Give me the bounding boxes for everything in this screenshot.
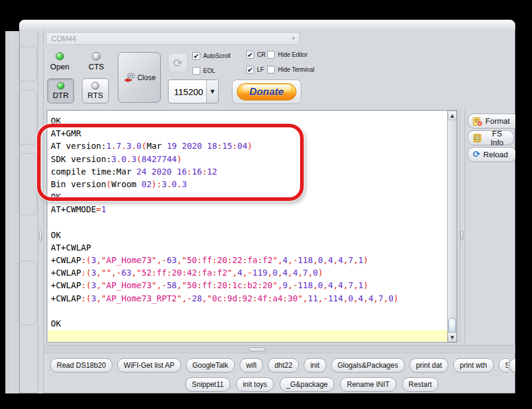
snippet-button-print-wth[interactable]: print wth: [453, 358, 493, 373]
snippet-row-2: Snippet11init toys_G&packageRename INITR…: [185, 377, 515, 392]
right-splitter[interactable]: [460, 110, 465, 343]
left-splitter[interactable]: [38, 30, 44, 393]
dropdown-arrow-icon: ▼: [292, 36, 295, 41]
checkbox-autoscroll[interactable]: ✔AutoScroll: [192, 52, 231, 60]
checkbox-eol[interactable]: EOL: [192, 67, 215, 75]
scrollbar-thumb[interactable]: [448, 318, 456, 334]
terminal-line: +CWLAP:(3,"AP_Home73",-63,"50:ff:20:22:f…: [51, 254, 447, 267]
terminal-line: OK: [51, 318, 447, 330]
fs-info-label: FS Info: [485, 129, 509, 147]
terminal-output[interactable]: OKAT+GMRAT version:1.7.3.0(Mar 19 2020 1…: [47, 111, 447, 342]
donate-button[interactable]: Donate: [232, 80, 301, 104]
snippet-button-wifi-get-list-ap[interactable]: WiFI-Get list AP: [117, 358, 181, 373]
right-splitter-grip[interactable]: [460, 231, 463, 240]
scroll-up-button[interactable]: ▲: [448, 111, 457, 120]
terminal-scrollbar[interactable]: ▲ ▼: [447, 111, 457, 342]
checkbox-hide-editor[interactable]: Hide Editor: [267, 51, 307, 59]
format-label: Format: [485, 117, 510, 126]
baud-value: 115200: [174, 80, 203, 103]
donate-pill: Donate: [237, 83, 296, 100]
rts-led-icon: [91, 82, 99, 90]
checkbox-box[interactable]: [267, 66, 275, 74]
terminal-line: +CWLAP:(3,"AP_Home73_RPT2",-28,"0c:9d:92…: [51, 292, 447, 305]
checkbox-label: AutoScroll: [203, 53, 231, 59]
snippet-button-wifi[interactable]: wifi: [240, 358, 263, 373]
baud-dropdown-button[interactable]: ▼: [206, 80, 218, 103]
fs-info-button[interactable]: FS Info: [467, 130, 514, 145]
snippet-button-snippet9[interactable]: Snippet9: [499, 358, 508, 373]
background-panel: [18, 153, 37, 215]
snippet-button-init[interactable]: init: [304, 358, 326, 373]
snippet-button-dht22[interactable]: dht22: [268, 358, 299, 373]
cts-label: CTS: [88, 62, 104, 71]
com-port-select[interactable]: COM44 ▼: [46, 32, 299, 45]
snippet-button-read-ds18b20[interactable]: Read DS18b20: [50, 358, 112, 373]
background-panel: [18, 90, 37, 145]
checkbox-cr[interactable]: ✔CR: [246, 51, 265, 59]
snippet-row-1: Read DS18b20WiFI-Get list APGoogleTalkwi…: [50, 358, 508, 373]
terminal-line: AT+CWLAP: [51, 242, 447, 254]
snippet-button-g-package[interactable]: _G&package: [280, 377, 334, 392]
checkbox-hide-terminal[interactable]: Hide Terminal: [267, 66, 314, 74]
snippet-button-init-toys[interactable]: init toys: [236, 377, 274, 392]
scroll-down-button[interactable]: ▼: [448, 332, 457, 342]
rts-button[interactable]: RTS: [82, 78, 109, 103]
checkbox-box[interactable]: ✔: [246, 51, 254, 59]
open-button[interactable]: Open: [47, 52, 73, 71]
reload-label: Reload: [484, 150, 508, 159]
background-panel: [18, 47, 37, 81]
checkbox-label: LF: [257, 66, 264, 73]
terminal-line: SDK version:3.0.3(8427744): [51, 153, 447, 166]
format-button[interactable]: Format: [467, 114, 515, 129]
checkbox-label: EOL: [203, 68, 215, 74]
rts-label: RTS: [88, 91, 103, 100]
refresh-ports-button[interactable]: ⟳: [168, 53, 188, 72]
checkbox-box[interactable]: ✔: [192, 52, 200, 60]
reload-button[interactable]: ⟳ Reload: [467, 147, 515, 162]
terminal-line: AT version:1.7.3.0(Mar 19 2020 18:15:04): [51, 140, 447, 152]
cts-indicator[interactable]: CTS: [83, 52, 109, 71]
terminal-line: AT+GMR: [51, 127, 447, 140]
checkbox-box[interactable]: ✔: [246, 66, 254, 74]
checkbox-lf[interactable]: ✔LF: [246, 66, 264, 74]
checkbox-box[interactable]: [267, 51, 275, 59]
background-window-edge: [12, 31, 13, 393]
close-icon: [123, 71, 136, 84]
snippet-button-snippet11[interactable]: Snippet11: [185, 377, 230, 392]
snippet-button-rename-init[interactable]: Rename INIT: [340, 377, 396, 392]
checkbox-label: Hide Editor: [278, 51, 307, 58]
background-panel: [18, 261, 37, 325]
dropdown-arrow-icon: ▼: [210, 88, 215, 94]
terminal-line: compile time:Mar 24 2020 16:16:12: [51, 166, 447, 178]
dtr-label: DTR: [53, 91, 69, 100]
terminal-line: OK: [51, 191, 447, 203]
open-led-icon: [56, 52, 64, 60]
screen: COM44 ▼ Open CTS DTR RTS Close ⟳ ✔AutoSc…: [0, 0, 532, 409]
terminal-line: OK: [51, 115, 447, 127]
snippet-button-glogals-packages[interactable]: Glogals&Packages: [331, 358, 405, 373]
donate-label: Donate: [249, 86, 284, 98]
com-port-value: COM44: [51, 35, 292, 43]
background-window: [5, 31, 19, 393]
cts-led-icon: [92, 52, 100, 60]
fs-info-icon: [473, 133, 482, 143]
scroll-up-icon: ▲: [450, 113, 454, 118]
reload-icon: ⟳: [473, 150, 481, 159]
snippet-button-restart[interactable]: Restart: [402, 377, 439, 392]
baud-select[interactable]: 115200 ▼: [168, 80, 219, 103]
close-label: Close: [137, 74, 156, 82]
snippet-button-googletalk[interactable]: GoogleTalk: [186, 358, 235, 373]
checkbox-box[interactable]: [192, 67, 200, 75]
terminal-panel: OKAT+GMRAT version:1.7.3.0(Mar 19 2020 1…: [47, 110, 457, 343]
dtr-button[interactable]: DTR: [47, 78, 74, 103]
snippet-button-print-dat[interactable]: print dat: [409, 358, 448, 373]
close-button[interactable]: Close: [118, 52, 161, 103]
horizontal-splitter[interactable]: [44, 345, 515, 353]
snippet-button-partial[interactable]: [509, 358, 515, 373]
horizontal-splitter-grip[interactable]: [249, 347, 265, 352]
terminal-line: [51, 305, 447, 318]
terminal-line: Bin version(Wroom 02):3.0.3: [51, 178, 447, 191]
left-splitter-grip[interactable]: [39, 231, 42, 241]
terminal-line: OK: [51, 229, 447, 242]
scroll-down-icon: ▼: [450, 335, 454, 340]
